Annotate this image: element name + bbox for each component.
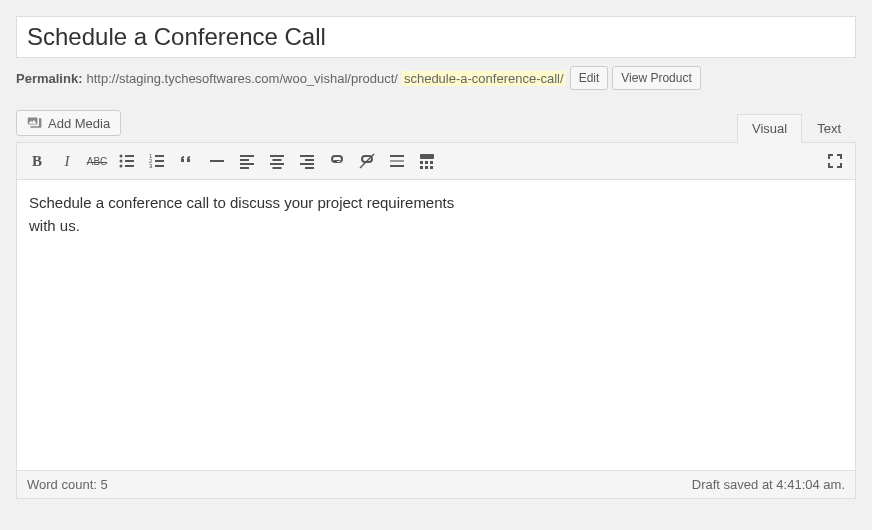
permalink-slug: schedule-a-conference-call/ bbox=[402, 71, 566, 86]
svg-point-0 bbox=[120, 155, 123, 158]
svg-rect-27 bbox=[390, 165, 404, 167]
italic-icon: I bbox=[65, 153, 70, 170]
horizontal-rule-icon bbox=[210, 160, 224, 162]
link-icon bbox=[327, 151, 347, 171]
view-product-button[interactable]: View Product bbox=[612, 66, 700, 90]
svg-rect-14 bbox=[240, 163, 254, 165]
editor-content-area[interactable]: Schedule a conference call to discuss yo… bbox=[17, 180, 855, 470]
blockquote-button[interactable] bbox=[173, 147, 201, 175]
svg-rect-1 bbox=[125, 155, 134, 157]
svg-point-4 bbox=[120, 165, 123, 168]
editor-status-bar: Word count: 5 Draft saved at 4:41:04 am. bbox=[17, 470, 855, 498]
draft-saved-status: Draft saved at 4:41:04 am. bbox=[692, 477, 845, 492]
permalink-label: Permalink: bbox=[16, 71, 82, 86]
svg-rect-15 bbox=[240, 167, 249, 169]
svg-rect-26 bbox=[390, 160, 404, 162]
editor-box: B I ABC 123 bbox=[16, 142, 856, 499]
content-line: Schedule a conference call to discuss yo… bbox=[29, 192, 843, 215]
numbered-list-button[interactable]: 123 bbox=[143, 147, 171, 175]
svg-rect-9 bbox=[155, 160, 164, 162]
read-more-button[interactable] bbox=[383, 147, 411, 175]
strikethrough-icon: ABC bbox=[87, 156, 108, 167]
svg-rect-34 bbox=[430, 166, 433, 169]
numbered-list-icon: 123 bbox=[147, 151, 167, 171]
remove-link-button[interactable] bbox=[353, 147, 381, 175]
svg-rect-18 bbox=[270, 163, 284, 165]
align-left-button[interactable] bbox=[233, 147, 261, 175]
svg-rect-20 bbox=[300, 155, 314, 157]
svg-rect-30 bbox=[425, 161, 428, 164]
post-title-input[interactable] bbox=[16, 16, 856, 58]
fullscreen-icon bbox=[825, 151, 845, 171]
blockquote-icon bbox=[177, 151, 197, 171]
strikethrough-button[interactable]: ABC bbox=[83, 147, 111, 175]
add-media-button[interactable]: Add Media bbox=[16, 110, 121, 136]
svg-rect-13 bbox=[240, 159, 249, 161]
svg-rect-31 bbox=[430, 161, 433, 164]
svg-rect-22 bbox=[300, 163, 314, 165]
bold-button[interactable]: B bbox=[23, 147, 51, 175]
align-right-icon bbox=[297, 151, 317, 171]
svg-text:3: 3 bbox=[149, 163, 153, 169]
editor-tabs: Visual Text bbox=[737, 113, 856, 142]
svg-rect-17 bbox=[273, 159, 282, 161]
svg-rect-19 bbox=[273, 167, 282, 169]
media-icon bbox=[27, 115, 43, 131]
svg-rect-28 bbox=[420, 154, 434, 159]
bold-icon: B bbox=[32, 153, 42, 170]
bulleted-list-icon bbox=[117, 151, 137, 171]
add-media-label: Add Media bbox=[48, 116, 110, 131]
word-count: Word count: 5 bbox=[27, 477, 108, 492]
editor-toolbar: B I ABC 123 bbox=[17, 143, 855, 180]
svg-rect-21 bbox=[305, 159, 314, 161]
align-left-icon bbox=[237, 151, 257, 171]
svg-rect-12 bbox=[240, 155, 254, 157]
svg-rect-3 bbox=[125, 160, 134, 162]
svg-rect-16 bbox=[270, 155, 284, 157]
toolbar-toggle-button[interactable] bbox=[413, 147, 441, 175]
svg-rect-25 bbox=[390, 155, 404, 157]
align-center-icon bbox=[267, 151, 287, 171]
italic-button[interactable]: I bbox=[53, 147, 81, 175]
insert-link-button[interactable] bbox=[323, 147, 351, 175]
align-center-button[interactable] bbox=[263, 147, 291, 175]
unlink-icon bbox=[357, 151, 377, 171]
svg-rect-23 bbox=[305, 167, 314, 169]
tab-visual[interactable]: Visual bbox=[737, 114, 802, 143]
content-line: with us. bbox=[29, 215, 843, 238]
toolbar-toggle-icon bbox=[417, 151, 437, 171]
svg-rect-7 bbox=[155, 155, 164, 157]
read-more-icon bbox=[387, 151, 407, 171]
svg-point-2 bbox=[120, 160, 123, 163]
permalink-base: http://staging.tychesoftwares.com/woo_vi… bbox=[86, 71, 397, 86]
svg-rect-29 bbox=[420, 161, 423, 164]
fullscreen-button[interactable] bbox=[821, 147, 849, 175]
svg-rect-11 bbox=[155, 165, 164, 167]
horizontal-rule-button[interactable] bbox=[203, 147, 231, 175]
permalink-row: Permalink: http://staging.tychesoftwares… bbox=[16, 66, 856, 90]
bulleted-list-button[interactable] bbox=[113, 147, 141, 175]
svg-rect-33 bbox=[425, 166, 428, 169]
align-right-button[interactable] bbox=[293, 147, 321, 175]
edit-permalink-button[interactable]: Edit bbox=[570, 66, 609, 90]
tab-text[interactable]: Text bbox=[802, 114, 856, 143]
svg-rect-32 bbox=[420, 166, 423, 169]
svg-rect-5 bbox=[125, 165, 134, 167]
